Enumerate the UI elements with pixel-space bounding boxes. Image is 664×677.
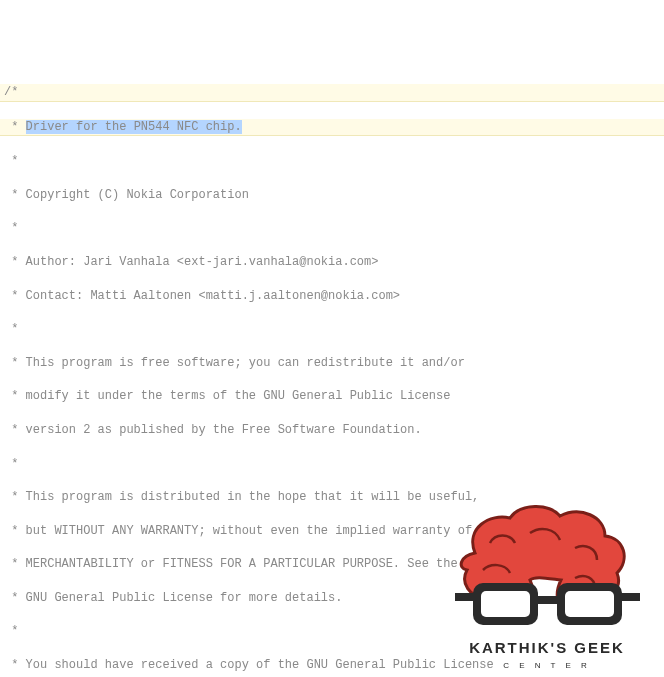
logo-text-sub: C E N T E R xyxy=(504,661,592,670)
comment-prefix: * xyxy=(4,120,26,134)
code-line[interactable]: * Contact: Matti Aaltonen <matti.j.aalto… xyxy=(0,288,664,305)
logo-text-main: KARTHIK'S GEEK xyxy=(470,639,626,656)
comment-text: * but WITHOUT ANY WARRANTY; without even… xyxy=(4,524,472,538)
comment-text: * xyxy=(4,154,18,168)
comment-text: * modify it under the terms of the GNU G… xyxy=(4,389,450,403)
comment-text: * GNU General Public License for more de… xyxy=(4,591,342,605)
comment-text: * xyxy=(4,322,18,336)
comment-text: * This program is free software; you can… xyxy=(4,356,465,370)
code-line[interactable]: * Author: Jari Vanhala <ext-jari.vanhala… xyxy=(0,254,664,271)
code-line[interactable]: * version 2 as published by the Free Sof… xyxy=(0,422,664,439)
code-line-highlighted[interactable]: * Driver for the PN544 NFC chip. xyxy=(0,119,664,137)
code-line[interactable]: /* xyxy=(0,84,664,102)
selected-text[interactable]: Driver for the PN544 NFC chip. xyxy=(26,120,242,134)
code-line[interactable]: * xyxy=(0,153,664,170)
comment-text: * xyxy=(4,221,18,235)
svg-rect-5 xyxy=(481,591,530,617)
code-line[interactable]: * Copyright (C) Nokia Corporation xyxy=(0,187,664,204)
comment-text: * MERCHANTABILITY or FITNESS FOR A PARTI… xyxy=(4,557,458,571)
comment-text: /* xyxy=(4,85,18,99)
code-line[interactable]: * xyxy=(0,321,664,338)
svg-rect-4 xyxy=(622,593,640,601)
svg-rect-2 xyxy=(538,596,557,604)
brain-glasses-icon: KARTHIK'S GEEK C E N T E R xyxy=(435,498,660,677)
comment-text: * version 2 as published by the Free Sof… xyxy=(4,423,422,437)
comment-text: * xyxy=(4,457,18,471)
code-line[interactable]: * xyxy=(0,456,664,473)
code-line[interactable]: * xyxy=(0,220,664,237)
comment-text: * Copyright (C) Nokia Corporation xyxy=(4,188,249,202)
comment-text: * This program is distributed in the hop… xyxy=(4,490,479,504)
comment-text: * Author: Jari Vanhala <ext-jari.vanhala… xyxy=(4,255,378,269)
svg-rect-6 xyxy=(565,591,614,617)
comment-text: * Contact: Matti Aaltonen <matti.j.aalto… xyxy=(4,289,400,303)
code-line[interactable]: * modify it under the terms of the GNU G… xyxy=(0,388,664,405)
logo: KARTHIK'S GEEK C E N T E R xyxy=(421,481,646,661)
code-line[interactable]: * This program is free software; you can… xyxy=(0,355,664,372)
svg-rect-3 xyxy=(455,593,473,601)
comment-text: * xyxy=(4,624,18,638)
